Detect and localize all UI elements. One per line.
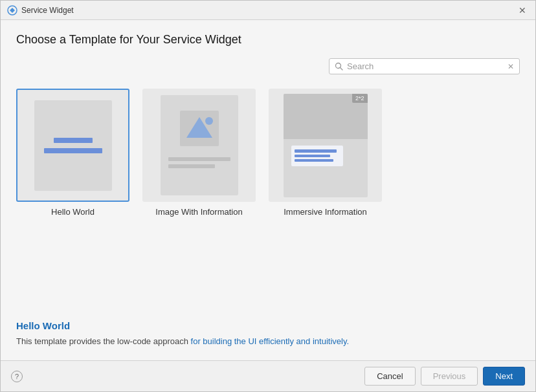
- help-icon[interactable]: ?: [11, 371, 23, 382]
- svg-line-2: [341, 68, 343, 71]
- hw-line1: [54, 138, 93, 143]
- iwi-line2: [168, 164, 215, 168]
- content-area: Choose a Template for Your Service Widge…: [1, 20, 535, 360]
- info-section: Hello World This template provides the l…: [16, 314, 520, 348]
- template-preview-hello-world[interactable]: [16, 89, 129, 202]
- search-input[interactable]: [347, 61, 504, 71]
- ii-outer: 2*2: [284, 94, 368, 197]
- info-desc-text: This template provides the low-code appr…: [16, 336, 191, 346]
- ii-content-block: [291, 146, 343, 166]
- search-row: ✕: [16, 58, 520, 74]
- ii-bottom: [284, 139, 368, 197]
- template-preview-immersive-information[interactable]: 2*2: [269, 89, 382, 202]
- template-preview-image-with-information[interactable]: [142, 89, 256, 202]
- iwi-preview: [161, 95, 238, 195]
- ii-cline1: [295, 149, 337, 153]
- info-desc-link[interactable]: for building the UI efficiently and intu…: [191, 336, 350, 346]
- template-label-image-with-information: Image With Information: [155, 207, 242, 217]
- template-label-hello-world: Hello World: [51, 207, 95, 217]
- mountain-image-icon: [180, 111, 219, 146]
- dialog: Service Widget ✕ Choose a Template for Y…: [0, 0, 536, 392]
- footer-left: ?: [11, 371, 23, 382]
- search-box[interactable]: ✕: [329, 58, 520, 74]
- iwi-line1: [168, 157, 230, 161]
- template-card-hello-world[interactable]: Hello World: [16, 89, 129, 217]
- previous-button[interactable]: Previous: [421, 367, 478, 386]
- close-button[interactable]: ✕: [516, 4, 529, 17]
- template-card-image-with-information[interactable]: Image With Information: [142, 89, 256, 217]
- app-icon: [7, 5, 17, 16]
- iwi-image-area: [173, 105, 225, 151]
- title-bar: Service Widget ✕: [1, 1, 535, 20]
- iwi-lines: [168, 157, 230, 168]
- template-label-immersive-information: Immersive Information: [284, 207, 367, 217]
- footer: ? Cancel Previous Next: [1, 360, 535, 391]
- page-title: Choose a Template for Your Service Widge…: [16, 33, 520, 47]
- cancel-button[interactable]: Cancel: [364, 367, 415, 386]
- info-description: This template provides the low-code appr…: [16, 335, 520, 348]
- template-card-immersive-information[interactable]: 2*2 Immersive Information: [269, 89, 382, 217]
- templates-row: Hello World: [16, 82, 520, 223]
- info-title: Hello World: [16, 320, 520, 331]
- title-bar-left: Service Widget: [7, 5, 74, 16]
- ii-badge: 2*2: [352, 94, 368, 103]
- hw-preview: [34, 100, 112, 191]
- hw-line2: [44, 148, 102, 153]
- ii-cline2: [295, 155, 330, 157]
- svg-point-5: [205, 117, 213, 125]
- ii-cline3: [295, 159, 333, 162]
- next-button[interactable]: Next: [483, 367, 525, 386]
- title-bar-title: Service Widget: [21, 6, 74, 15]
- search-icon: [335, 62, 343, 71]
- footer-right: Cancel Previous Next: [364, 367, 525, 386]
- search-clear-icon[interactable]: ✕: [508, 62, 514, 71]
